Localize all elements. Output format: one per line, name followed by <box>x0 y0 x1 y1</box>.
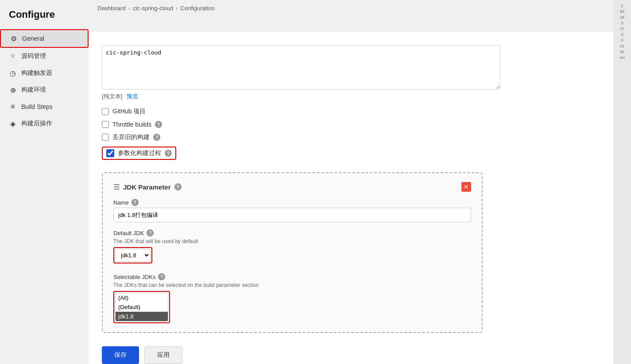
breadcrumb-dashboard[interactable]: Dashboard <box>97 5 126 12</box>
jdk-param-close-button[interactable]: ✕ <box>461 182 471 192</box>
save-button[interactable]: 保存 <box>102 346 139 364</box>
discard-old-label: 丢弃旧的构建 <box>112 133 150 141</box>
sidebar-item-label-triggers: 构建触发器 <box>21 69 52 77</box>
scroll-num-5: 27 <box>620 27 624 31</box>
general-icon: ⚙ <box>10 35 18 43</box>
description-textarea[interactable]: cic-spring-cloud <box>102 45 500 89</box>
scroll-num-3: 19 <box>620 15 624 19</box>
plain-text-label: [纯文本] <box>102 93 122 101</box>
name-field-input[interactable] <box>113 208 471 222</box>
selectable-jdks-desc: The JDKs that can be selected on the bui… <box>113 282 471 288</box>
jdk-parameter-block: ☰ JDK Parameter ? ✕ Name ? Default JDK ? <box>102 172 483 333</box>
main-content: cic-spring-cloud [纯文本] 预览 GitHub 项目 Thro… <box>89 32 613 364</box>
jdk-param-title-help-icon[interactable]: ? <box>174 183 182 190</box>
scroll-num-6: 0 <box>621 32 623 37</box>
jdk-option-default: (Default) <box>116 302 168 312</box>
discard-old-checkbox[interactable] <box>102 134 109 141</box>
preview-link[interactable]: 预览 <box>127 93 138 101</box>
name-help-icon[interactable]: ? <box>132 199 139 206</box>
breadcrumb-config: Configuration <box>180 5 214 12</box>
parameterized-checkbox[interactable] <box>106 149 114 157</box>
scroll-num-4: 0 <box>621 21 623 25</box>
jdk-param-title: JDK Parameter <box>123 183 171 191</box>
throttle-builds-row: Throttle builds ? <box>102 121 600 128</box>
parameterized-row: 参数化构建过程 ? <box>102 147 176 160</box>
configure-title: Configure <box>0 9 89 29</box>
bottom-bar: 保存 应用 <box>102 342 600 364</box>
parameterized-help-icon[interactable]: ? <box>165 150 172 157</box>
selectable-jdks-help-icon[interactable]: ? <box>158 273 165 280</box>
throttle-builds-help-icon[interactable]: ? <box>155 121 162 128</box>
sidebar: Configure ⚙ General ⑂ 源码管理 ◷ 构建触发器 ⊕ 构建环… <box>0 0 89 364</box>
sidebar-item-triggers[interactable]: ◷ 构建触发器 <box>0 65 89 81</box>
sidebar-item-label-build-steps: Build Steps <box>21 103 53 110</box>
right-panel: 1 63 19 0 27 0 0 01 63 xm <box>613 0 631 364</box>
parameterized-label: 参数化构建过程 <box>118 149 161 157</box>
drag-icon: ☰ <box>113 183 120 191</box>
discard-old-row: 丢弃旧的构建 ? <box>102 133 600 141</box>
scroll-num-9: 63 <box>620 50 624 54</box>
throttle-builds-checkbox[interactable] <box>102 121 109 128</box>
env-icon: ⊕ <box>9 86 17 94</box>
scroll-num-7: 0 <box>621 38 623 43</box>
breadcrumb-sep-1: › <box>128 5 130 12</box>
triggers-icon: ◷ <box>9 69 17 77</box>
sidebar-item-build-steps[interactable]: ≡ Build Steps <box>0 98 89 115</box>
build-steps-icon: ≡ <box>9 103 17 111</box>
sidebar-item-label-post-build: 构建后操作 <box>21 120 52 128</box>
github-project-row: GitHub 项目 <box>102 108 600 116</box>
name-field-label: Name ? <box>113 199 471 206</box>
github-project-checkbox[interactable] <box>102 108 109 115</box>
jdk-param-title-group: ☰ JDK Parameter ? <box>113 183 182 191</box>
jdk-option-all: (All) <box>116 293 168 302</box>
sidebar-item-source[interactable]: ⑂ 源码管理 <box>0 48 89 65</box>
scroll-num-8: 01 <box>620 44 624 48</box>
default-jdk-select[interactable]: jdk1.8 <box>115 249 151 262</box>
source-icon: ⑂ <box>9 52 17 60</box>
default-jdk-desc: The JDK that will be used by default <box>113 238 471 244</box>
parameterized-row-wrapper: 参数化构建过程 ? <box>102 147 600 166</box>
breadcrumb-project[interactable]: cic-spring-cloud <box>133 5 173 12</box>
content-area: Dashboard › cic-spring-cloud › Configura… <box>89 0 613 364</box>
sidebar-item-label-general: General <box>22 35 44 42</box>
preview-row: [纯文本] 预览 <box>102 93 600 101</box>
jdk-option-jdk18: jdk1.8 <box>116 312 168 321</box>
default-jdk-help-icon[interactable]: ? <box>147 229 154 236</box>
sidebar-item-general[interactable]: ⚙ General <box>0 29 89 48</box>
post-build-icon: ◈ <box>9 120 17 128</box>
sidebar-item-post-build[interactable]: ◈ 构建后操作 <box>0 115 89 132</box>
scroll-text-xm: xm <box>619 55 625 60</box>
scroll-num-1: 1 <box>621 4 623 8</box>
sidebar-item-label-source: 源码管理 <box>21 52 46 60</box>
selectable-jdks-listbox[interactable]: (All) (Default) jdk1.8 <box>115 293 168 321</box>
discard-old-help-icon[interactable]: ? <box>153 134 160 141</box>
throttle-builds-label: Throttle builds <box>112 121 151 128</box>
selectable-jdks-label: Selectable JDKs ? <box>113 273 471 280</box>
default-jdk-select-wrapper: jdk1.8 <box>113 247 152 263</box>
sidebar-item-env[interactable]: ⊕ 构建环境 <box>0 81 89 98</box>
breadcrumb: Dashboard › cic-spring-cloud › Configura… <box>89 0 613 16</box>
github-project-label: GitHub 项目 <box>112 108 146 116</box>
sidebar-item-label-env: 构建环境 <box>21 86 46 94</box>
breadcrumb-sep-2: › <box>176 5 178 12</box>
default-jdk-label: Default JDK ? <box>113 229 471 236</box>
selectable-jdks-listbox-wrapper: (All) (Default) jdk1.8 <box>113 291 170 323</box>
scroll-num-2: 63 <box>620 9 624 14</box>
jdk-param-header: ☰ JDK Parameter ? ✕ <box>113 182 471 192</box>
apply-button[interactable]: 应用 <box>144 346 182 364</box>
